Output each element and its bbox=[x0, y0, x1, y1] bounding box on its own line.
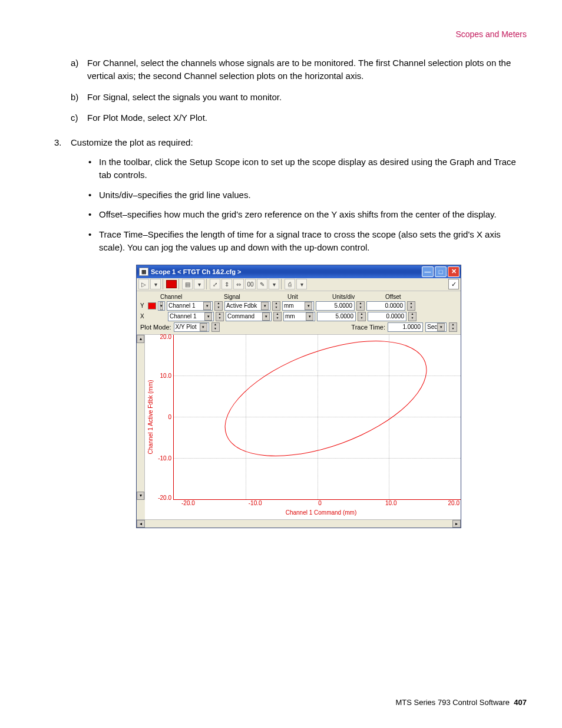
zoom-xy-icon[interactable]: ⤢ bbox=[210, 279, 220, 289]
bullet-marker: • bbox=[88, 228, 99, 254]
bullet-text: Trace Time–Specifies the length of time … bbox=[99, 228, 527, 254]
scroll-down-icon[interactable]: ▾ bbox=[137, 492, 144, 500]
dropdown-icon[interactable]: ▾ bbox=[194, 279, 204, 289]
dropdown-icon[interactable]: ▾ bbox=[296, 279, 307, 289]
window-title: Scope 1 < FTGT Ch 1&2.cfg > bbox=[151, 268, 422, 275]
trace-row-y: Y ▾ Channel 1▾ ▲▼ Active Fdbk▾ ▲▼ mm▾ 5.… bbox=[140, 301, 457, 311]
config-column-headers: Channel Signal Unit Units/div Offset bbox=[160, 294, 457, 300]
axis-label: Y bbox=[140, 302, 146, 309]
x-axis-ticks: -20.0 -10.0 0 10.0 20.0 bbox=[181, 500, 461, 508]
vertical-scrollbar[interactable]: ▴ ▾ bbox=[137, 335, 145, 500]
channel-stepper[interactable]: ▲▼ bbox=[214, 301, 223, 311]
y-axis-ticks: 20.0 10.0 0 -10.0 -20.0 bbox=[156, 335, 173, 500]
offset-input[interactable]: 0.0000 bbox=[366, 301, 405, 311]
unitsdiv-input[interactable]: 5.0000 bbox=[316, 301, 355, 311]
signal-stepper[interactable]: ▲▼ bbox=[273, 312, 282, 321]
trace-color-swatch[interactable] bbox=[148, 302, 156, 309]
bullet-marker: • bbox=[88, 208, 99, 221]
item-marker: a) bbox=[71, 57, 87, 83]
step-3: 3. Customize the plot as required: bbox=[54, 137, 527, 147]
minimize-button[interactable]: — bbox=[422, 266, 434, 277]
x-axis-label: Channel 1 Command (mm) bbox=[181, 508, 461, 519]
col-signal: Signal bbox=[224, 294, 287, 300]
scroll-left-icon[interactable]: ◂ bbox=[137, 520, 145, 528]
pause-icon[interactable]: 00 bbox=[245, 279, 256, 289]
maximize-button[interactable]: □ bbox=[435, 266, 447, 277]
config-bottom-row: Plot Mode: X/Y Plot▾ ▲▼ Trace Time: 1.00… bbox=[140, 322, 457, 332]
list-item: a) For Channel, select the channels whos… bbox=[71, 57, 527, 83]
color-dropdown[interactable]: ▾ bbox=[158, 301, 165, 311]
item-marker: b) bbox=[71, 91, 87, 104]
zoom-y-icon[interactable]: ⇕ bbox=[222, 279, 232, 289]
horizontal-scrollbar[interactable]: ◂ ▸ bbox=[137, 519, 461, 528]
chart-icon[interactable]: ✓ bbox=[448, 279, 459, 289]
plotmode-stepper[interactable]: ▲▼ bbox=[211, 322, 220, 332]
list-item: • Units/div–specifies the grid line valu… bbox=[88, 189, 527, 202]
setup-scope-icon[interactable]: ▤ bbox=[182, 279, 193, 289]
close-button[interactable]: ✕ bbox=[448, 266, 459, 277]
toolbar: ▷ ▾ ▤ ▾ ⤢ ⇕ ⇔ 00 ✎ ▾ ⎙ ▾ ✓ bbox=[137, 278, 461, 291]
list-item: • Trace Time–Specifies the length of tim… bbox=[88, 228, 527, 254]
item-marker: c) bbox=[71, 111, 87, 124]
plotmode-select[interactable]: X/Y Plot▾ bbox=[174, 322, 209, 332]
list-item: • Offset–specifies how much the grid's z… bbox=[88, 208, 527, 221]
col-offset: Offset bbox=[385, 294, 427, 300]
signal-select[interactable]: Command▾ bbox=[226, 312, 272, 321]
plotmode-label: Plot Mode: bbox=[140, 324, 171, 331]
step-text: Customize the plot as required: bbox=[71, 137, 527, 147]
signal-select[interactable]: Active Fdbk▾ bbox=[224, 301, 270, 311]
list-item: b) For Signal, select the signals you wa… bbox=[71, 91, 527, 104]
chart: Channel 1 Active Fdbk (mm) 20.0 10.0 0 -… bbox=[145, 335, 461, 500]
section-header: Scopes and Meters bbox=[35, 29, 527, 39]
signal-stepper[interactable]: ▲▼ bbox=[272, 301, 280, 311]
bullet-text: In the toolbar, click the Setup Scope ic… bbox=[99, 156, 527, 182]
axis-label: X bbox=[140, 313, 146, 319]
cursor-icon[interactable]: ✎ bbox=[257, 279, 267, 289]
channel-select[interactable]: Channel 1▾ bbox=[167, 301, 213, 311]
col-unitsdiv: Units/div bbox=[332, 294, 385, 300]
bullet-text: Offset–specifies how much the grid's zer… bbox=[99, 208, 527, 221]
tracetime-unit-select[interactable]: Sec▾ bbox=[425, 322, 447, 332]
y-axis-label: Channel 1 Active Fdbk (mm) bbox=[145, 335, 156, 500]
list-item: • In the toolbar, click the Setup Scope … bbox=[88, 156, 527, 182]
print-icon[interactable]: ⎙ bbox=[285, 279, 295, 289]
tracetime-label: Trace Time: bbox=[351, 324, 385, 331]
footer-page: 407 bbox=[514, 698, 527, 707]
scroll-right-icon[interactable]: ▸ bbox=[452, 520, 461, 528]
offset-stepper[interactable]: ▲▼ bbox=[408, 312, 416, 321]
tracetime-stepper[interactable]: ▲▼ bbox=[449, 322, 457, 332]
unitsdiv-stepper[interactable]: ▲▼ bbox=[358, 312, 366, 321]
plot-canvas[interactable] bbox=[173, 335, 461, 500]
unit-select[interactable]: mm▾ bbox=[283, 312, 315, 321]
bullet-text: Units/div–specifies the grid line values… bbox=[99, 189, 527, 202]
body-content: a) For Channel, select the channels whos… bbox=[35, 57, 527, 528]
unitsdiv-input[interactable]: 5.0000 bbox=[317, 312, 356, 321]
play-icon[interactable]: ▷ bbox=[138, 279, 149, 289]
config-panel: Channel Signal Unit Units/div Offset Y ▾… bbox=[137, 291, 461, 335]
offset-stepper[interactable]: ▲▼ bbox=[407, 301, 415, 311]
bullet-list: • In the toolbar, click the Setup Scope … bbox=[71, 156, 527, 254]
bullet-marker: • bbox=[88, 189, 99, 202]
titlebar[interactable]: ▦ Scope 1 < FTGT Ch 1&2.cfg > — □ ✕ bbox=[137, 265, 461, 278]
scroll-up-icon[interactable]: ▴ bbox=[137, 335, 144, 343]
x-axis-area: -20.0 -10.0 0 10.0 20.0 Channel 1 Comman… bbox=[145, 500, 461, 519]
app-icon: ▦ bbox=[139, 268, 148, 276]
item-text: For Channel, select the channels whose s… bbox=[87, 57, 527, 83]
list-item: c) For Plot Mode, select X/Y Plot. bbox=[71, 111, 527, 124]
zoom-x-icon[interactable]: ⇔ bbox=[233, 279, 244, 289]
channel-stepper[interactable]: ▲▼ bbox=[216, 312, 224, 321]
unitsdiv-stepper[interactable]: ▲▼ bbox=[356, 301, 365, 311]
offset-input[interactable]: 0.0000 bbox=[368, 312, 406, 321]
dropdown-icon[interactable]: ▾ bbox=[150, 279, 161, 289]
tracetime-input[interactable]: 1.0000 bbox=[388, 322, 423, 332]
item-text: For Signal, select the signals you want … bbox=[87, 91, 527, 104]
dropdown-icon[interactable]: ▾ bbox=[269, 279, 279, 289]
bullet-marker: • bbox=[88, 156, 99, 182]
channel-select[interactable]: Channel 1▾ bbox=[168, 312, 214, 321]
stop-icon[interactable] bbox=[166, 280, 177, 288]
scope-window: ▦ Scope 1 < FTGT Ch 1&2.cfg > — □ ✕ ▷ ▾ … bbox=[136, 265, 461, 528]
plot-zone: ▴ ▾ Channel 1 Active Fdbk (mm) 20.0 10.0… bbox=[137, 335, 461, 500]
footer-product: MTS Series 793 Control Software bbox=[395, 698, 510, 707]
unit-select[interactable]: mm▾ bbox=[282, 301, 314, 311]
step-marker: 3. bbox=[54, 137, 71, 147]
